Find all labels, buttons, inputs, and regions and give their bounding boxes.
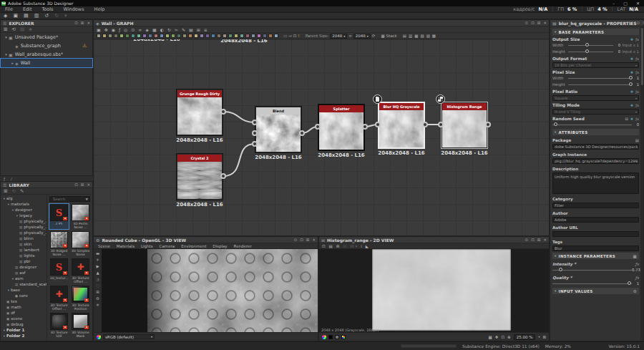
- rotate-icon[interactable]: ↻: [167, 27, 171, 32]
- pixel-ratio-select[interactable]: Square▾: [552, 95, 639, 101]
- slash-icon[interactable]: /: [11, 177, 12, 181]
- menu-windows[interactable]: Windows: [59, 6, 89, 12]
- view3d-header[interactable]: ⚙ Rounded Cube - OpenGL - 3D VIEW ⊙ ⊡ ⊞ …: [94, 237, 318, 243]
- display-icon[interactable]: ◐: [160, 27, 164, 32]
- align-top-icon[interactable]: ▧: [420, 34, 424, 38]
- settings-icon[interactable]: ⚙: [96, 296, 99, 301]
- view2d-viewport[interactable]: 2048 x 2048 (Grayscale, 16bpc): [319, 249, 549, 334]
- screenshot-icon[interactable]: ◉: [112, 27, 115, 32]
- node-type-swatch[interactable]: [251, 34, 255, 38]
- node-port[interactable]: [252, 130, 258, 136]
- node-port[interactable]: [299, 130, 305, 136]
- graph-node-histogram-range[interactable]: Histogram Range: [441, 102, 488, 149]
- float-panel-icon[interactable]: ⊡: [74, 183, 78, 187]
- view3d-menu-scene[interactable]: Scene: [95, 244, 113, 248]
- node-port[interactable]: [375, 122, 381, 127]
- tiling-icon[interactable]: ▦: [489, 335, 492, 339]
- info-icon[interactable]: i: [359, 244, 364, 248]
- close-panel-icon[interactable]: ✕: [543, 238, 547, 242]
- library-item[interactable]: ✚s3D Texture Offset ...: [49, 286, 69, 311]
- section-instance-parameters[interactable]: ▾INSTANCE PARAMETERS▦: [552, 253, 639, 259]
- channels-icon[interactable]: [322, 335, 326, 339]
- menu-help[interactable]: Help: [89, 6, 110, 12]
- library-tree-item-asf[interactable]: ▤asf: [1, 270, 47, 276]
- library-tree-item-base[interactable]: ▾base: [1, 287, 47, 293]
- library-tree-item-folder-2[interactable]: ▾Folder 2: [1, 333, 47, 339]
- node-type-swatch[interactable]: [171, 34, 175, 38]
- close-panel-icon[interactable]: ✕: [87, 183, 90, 187]
- new-graph-icon[interactable]: ◈: [4, 13, 7, 19]
- library-item[interactable]: ✚s3D Texture Offset ...: [71, 258, 90, 283]
- graph-node-crystal-2[interactable]: Crystal 2: [176, 153, 223, 200]
- tags-field[interactable]: Blur: [552, 246, 639, 251]
- section-attributes[interactable]: ▾ATTRIBUTES: [552, 129, 639, 135]
- node-type-swatch[interactable]: [274, 34, 278, 38]
- save-icon[interactable]: ▥: [34, 13, 39, 19]
- node-port[interactable]: [315, 124, 321, 130]
- node-type-swatch[interactable]: [160, 34, 164, 38]
- close-panel-icon[interactable]: ✕: [312, 238, 316, 242]
- color-management-icon[interactable]: [97, 335, 101, 339]
- float-panel-icon[interactable]: ⊡: [531, 21, 535, 25]
- view3d-viewport[interactable]: ▬☀▶▲◑◻⊞⚙✳: [94, 249, 318, 334]
- close-panel-icon[interactable]: ✕: [543, 21, 547, 25]
- node-port[interactable]: [252, 120, 258, 125]
- node-type-swatch[interactable]: [205, 34, 210, 38]
- channel-select[interactable]: W ▾: [348, 244, 358, 248]
- maximize-button[interactable]: ▢: [623, 1, 628, 6]
- graph-canvas[interactable]: 2048x2048 - L16 2048x2048 - L16 Grunge R…: [94, 39, 549, 235]
- node-type-swatch[interactable]: [188, 34, 192, 38]
- shading-icon[interactable]: ◑: [96, 277, 99, 281]
- library-tree-item-blinn[interactable]: ▤blinn: [1, 235, 47, 241]
- author-url-field[interactable]: [552, 231, 639, 237]
- node-type-swatch[interactable]: [200, 34, 204, 38]
- library-tree-item-folder-1[interactable]: ▾Folder 1: [1, 327, 47, 333]
- node-type-swatch[interactable]: [194, 34, 198, 38]
- library-tree-item-lights[interactable]: ▤lights: [1, 253, 47, 258]
- library-search[interactable]: ▼: [49, 196, 90, 202]
- float-panel-icon[interactable]: ⊡: [300, 238, 303, 242]
- library-tree-item-asm[interactable]: ▾asm: [1, 276, 47, 281]
- frame-icon[interactable]: ⊡: [293, 34, 297, 38]
- pan-icon[interactable]: ✥: [104, 27, 108, 32]
- frame-icon[interactable]: ▣: [97, 27, 101, 32]
- library-tree-item-materials[interactable]: ▾materials: [1, 201, 47, 207]
- presets-icon[interactable]: ▦: [633, 254, 638, 258]
- node-ref-icon[interactable]: ❖: [630, 70, 633, 74]
- snap-icon[interactable]: ⊞: [197, 27, 200, 32]
- library-tree-item-designer[interactable]: ▤designer: [1, 264, 47, 270]
- pin-panel-icon[interactable]: ⊙: [294, 238, 298, 242]
- search-input[interactable]: [52, 196, 86, 202]
- library-item[interactable]: s3D Texture SDF: [49, 313, 69, 338]
- menu-file[interactable]: File: [0, 6, 18, 12]
- focus-icon[interactable]: ◎: [124, 27, 127, 32]
- folder-icon[interactable]: ▤: [635, 138, 639, 142]
- refresh-icon[interactable]: ⟲: [11, 188, 15, 194]
- maximize-panel-icon[interactable]: ⊞: [81, 183, 84, 187]
- node-type-swatch[interactable]: [154, 34, 158, 38]
- function-icon[interactable]: ƒx: [635, 103, 639, 107]
- node-type-swatch[interactable]: [119, 34, 124, 38]
- grid-icon[interactable]: ⊞: [96, 290, 99, 294]
- environment-icon[interactable]: ▲: [96, 271, 99, 275]
- align-bottom-icon[interactable]: ▩: [432, 34, 436, 38]
- node-type-swatch[interactable]: [102, 34, 107, 38]
- maximize-panel-icon[interactable]: ⊞: [537, 21, 541, 25]
- node-type-swatch[interactable]: [234, 34, 238, 38]
- node-type-swatch[interactable]: [108, 34, 112, 38]
- node-type-swatch[interactable]: [137, 34, 141, 38]
- library-item[interactable]: s3D Simplex Noise: [71, 231, 90, 256]
- new-package-icon[interactable]: ⊞: [4, 26, 7, 32]
- graph-header[interactable]: ◈ Wall - GRAPH ⊙ ⊡ ⊞ ✕: [94, 20, 549, 26]
- filter-funnel-icon[interactable]: ▼: [86, 198, 88, 201]
- view3d-menu-environment[interactable]: Environment: [178, 244, 209, 248]
- link-size-icon[interactable]: ∞: [348, 34, 352, 38]
- redo-icon[interactable]: ↻: [54, 13, 59, 19]
- stack-icon[interactable]: ▦: [381, 34, 384, 38]
- effects-icon[interactable]: ✳: [96, 303, 99, 307]
- node-type-swatch[interactable]: [182, 34, 187, 38]
- library-tree-item-core[interactable]: ●core: [1, 293, 47, 298]
- properties-scrollbar[interactable]: [640, 26, 643, 341]
- library-tree-item-physically-[interactable]: ▤physically_...: [1, 224, 47, 230]
- library-tree-item-skin[interactable]: ▤skin: [1, 241, 47, 247]
